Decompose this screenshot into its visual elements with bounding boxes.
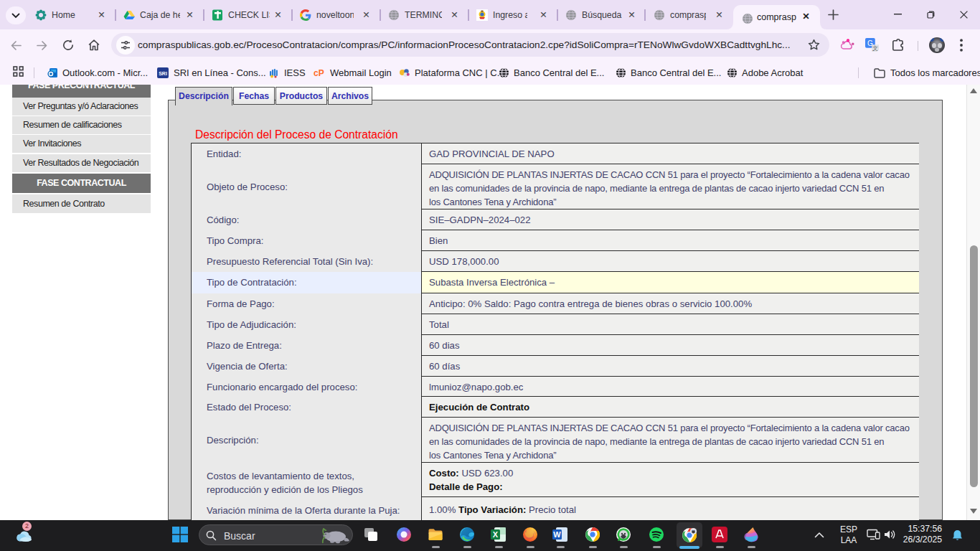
svg-text:X: X xyxy=(493,530,499,539)
svg-text:SRI: SRI xyxy=(159,71,167,76)
svg-text:文: 文 xyxy=(872,45,878,52)
svg-text:W: W xyxy=(553,530,561,539)
svg-text:cP: cP xyxy=(314,68,324,78)
